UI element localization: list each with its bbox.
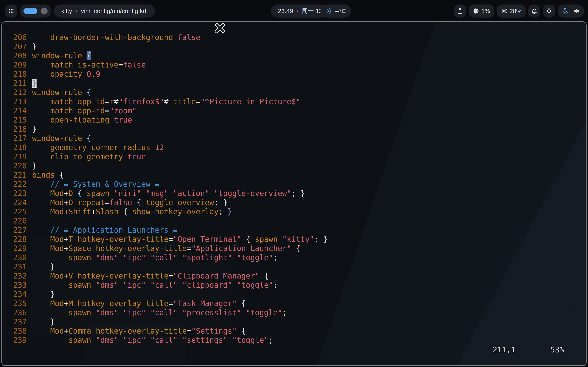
line-number: 237	[2, 317, 27, 326]
code-token	[32, 281, 68, 290]
code-token: #	[164, 97, 168, 106]
code-token: ; }	[214, 198, 228, 207]
kitty-terminal-window[interactable]: 206 draw-border-with-background false207…	[1, 21, 587, 366]
code-token: Mod	[50, 235, 64, 244]
code-token: hotkey-overlay-title	[96, 327, 187, 335]
code-token: Mod	[50, 189, 64, 198]
code-token: =	[105, 97, 109, 106]
code-line: 206 draw-border-with-background false	[2, 33, 586, 42]
code-token: }	[32, 161, 36, 170]
code-line: 234 }	[2, 290, 586, 299]
line-number: 227	[2, 225, 27, 235]
line-number: 226	[2, 216, 27, 225]
code-token: "firefox$"	[118, 97, 164, 106]
code-token: ; }	[291, 189, 305, 198]
code-line: 235 Mod+M hotkey-overlay-title="Task Man…	[2, 299, 586, 308]
line-number: 223	[2, 189, 27, 198]
code-token: {	[86, 88, 91, 97]
code-token: D	[68, 189, 73, 198]
workspace-active-pill[interactable]	[24, 8, 37, 14]
code-line: 220}	[2, 161, 586, 170]
code-line: 239 spawn "dms" "ipc" "call" "settings" …	[2, 336, 586, 345]
clipboard-button[interactable]	[454, 4, 466, 17]
line-number: 225	[2, 207, 27, 216]
code-token: repeat	[78, 198, 105, 207]
memory-usage-widget[interactable]: 28%	[497, 4, 526, 17]
code-token	[250, 235, 255, 244]
code-token	[91, 281, 96, 290]
code-token	[82, 189, 86, 198]
notifications-button[interactable]	[528, 4, 540, 17]
code-token: +	[64, 327, 68, 335]
code-token	[291, 244, 296, 253]
code-token	[32, 317, 50, 326]
code-token: ; }	[314, 235, 328, 244]
workspace-inactive-dot[interactable]	[41, 8, 48, 15]
code-line: 227 // ≡ Application Launchers ≡	[2, 225, 586, 235]
code-token	[32, 290, 50, 299]
code-line: 225 Mod+Shift+Slash { show-hotkey-overla…	[2, 207, 586, 216]
line-number: 211	[2, 79, 27, 88]
code-token: Shift	[68, 207, 91, 216]
line-number: 228	[2, 235, 27, 244]
code-token: "zoom"	[109, 106, 137, 115]
code-token: match app-id	[50, 97, 105, 106]
code-token: }	[50, 290, 55, 299]
code-token: O	[68, 198, 73, 207]
code-token: =	[105, 106, 109, 115]
network-audio-widget[interactable]	[558, 4, 584, 17]
code-token: false	[123, 60, 146, 69]
code-token: Mod	[50, 207, 64, 216]
line-number: 207	[2, 42, 27, 51]
app-launcher-button[interactable]	[5, 4, 17, 17]
code-token: hotkey-overlay-title	[78, 272, 169, 280]
bell-icon	[531, 8, 537, 14]
code-line: 224 Mod+O repeat=false { toggle-overview…	[2, 198, 586, 207]
code-token: "Settings"	[191, 327, 237, 335]
code-token	[32, 106, 50, 115]
code-token	[128, 207, 132, 216]
code-token: spawn	[68, 281, 91, 290]
code-token: true	[128, 152, 146, 161]
line-number: 238	[2, 326, 27, 336]
clock-widget[interactable]: 23:49 周一 13	[271, 4, 329, 17]
code-token	[237, 327, 241, 335]
code-token: }	[50, 262, 55, 271]
code-line: 226	[2, 216, 586, 225]
code-line: 212window-rule {	[2, 88, 586, 97]
code-token	[82, 134, 86, 143]
code-token: =	[118, 60, 123, 69]
focused-window-title[interactable]: kitty vim .config/niri/config.kdl	[54, 4, 155, 17]
code-token: {	[246, 235, 250, 244]
block-cursor: }	[32, 79, 36, 88]
code-token: "dms" "ipc" "call" "spotlight" "toggle"	[96, 253, 273, 262]
line-number: 215	[2, 115, 27, 125]
code-token: hotkey-overlay-title	[78, 235, 169, 244]
cpu-usage-widget[interactable]: 1%	[469, 4, 494, 17]
apps-grid-icon	[8, 8, 15, 14]
code-token: window-rule	[32, 134, 82, 143]
vim-editor[interactable]: 206 draw-border-with-background false207…	[2, 22, 586, 345]
code-token	[73, 272, 78, 280]
workspace-indicator[interactable]	[20, 4, 52, 17]
code-token: "niri" "msg" "action" "toggle-overview"	[114, 189, 291, 198]
line-number: 219	[2, 152, 27, 161]
code-token	[55, 171, 59, 179]
line-number: 232	[2, 271, 27, 281]
code-token: ;	[268, 336, 273, 345]
code-token: +	[91, 207, 96, 216]
weather-widget[interactable]: --°C	[321, 4, 351, 17]
memory-ram-icon	[501, 8, 508, 14]
code-line: 233 spawn "dms" "ipc" "call" "clipboard"…	[2, 281, 586, 290]
code-token	[32, 116, 50, 124]
code-token: {	[264, 272, 268, 280]
line-number: 231	[2, 262, 27, 271]
power-button[interactable]	[543, 4, 555, 17]
code-token: "dms" "ipc" "call" "clipboard" "toggle"	[96, 281, 273, 290]
code-token: Mod	[50, 272, 64, 280]
code-token: r	[109, 97, 114, 106]
code-token	[32, 327, 50, 335]
code-token	[32, 299, 50, 308]
code-line: 208window-rule {	[2, 51, 586, 60]
network-tree-icon	[562, 8, 568, 14]
